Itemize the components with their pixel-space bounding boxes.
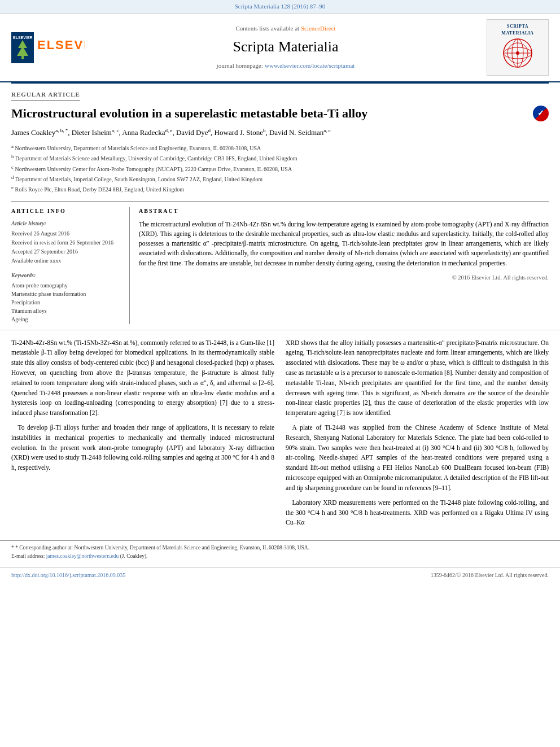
body-section: Ti-24Nb-4Zr-8Sn wt.% (Ti-15Nb-3Zr-4Sn at… [0,330,560,541]
crossmark-icon: ✓ [533,106,549,121]
elsevier-branding: ELSEVIER ELSEVIER [11,32,90,63]
revised-date: Received in revised form 26 September 20… [11,239,120,247]
history-label: Article history: [11,220,120,228]
author-3: , Anna Radecka [119,129,165,137]
affil-1: a Northwestern University, Department of… [11,143,549,152]
footnote-star: * * Corresponding author at: Northwester… [11,544,549,552]
article-type-label: Regular Article [11,90,80,101]
keyword-2: Martensitic phase transformation [11,290,120,298]
svg-rect-3 [21,56,24,59]
abstract-col: ABSTRACT The microstructural evolution o… [130,207,549,324]
body-para-5: Laboratory XRD measurements were perform… [286,498,549,528]
footnote-section: * * Corresponding author at: Northwester… [0,540,560,565]
elsevier-logo-svg: ELSEVIER ELSEVIER [11,32,85,63]
keyword-3: Precipitation [11,299,120,307]
body-para-3: XRD shows that the alloy initially posse… [286,338,549,419]
doi-link[interactable]: http://dx.doi.org/10.1016/j.scriptamat.2… [11,571,125,579]
affil-5: e Rolls Royce Plc, Elton Road, Derby DE2… [11,184,549,194]
body-para-4: A plate of Ti-2448 was supplied from the… [286,423,549,493]
author-1: James Coakley [11,129,55,137]
article-info-col: ARTICLE INFO Article history: Received 2… [11,207,130,324]
available-date: Available online xxxx [11,257,120,265]
received-date: Received 26 August 2016 [11,230,120,238]
sciencedirect-link[interactable]: ScienceDirect [301,25,336,32]
crossmark-badge[interactable]: ✓ [533,106,549,121]
abstract-text: The microstructural evolution of Ti-24Nb… [139,220,549,268]
footer-links: http://dx.doi.org/10.1016/j.scriptamat.2… [0,567,560,583]
footnote-star-text: * Corresponding author at: Northwestern … [15,545,309,551]
authors-line: James Coakleya, b, *, Dieter Isheima, c,… [11,127,549,138]
body-col-right: XRD shows that the alloy initially posse… [286,338,549,533]
journal-logo-box: SCRIPTA MATERIALIA [487,19,549,76]
keywords-label: Keywords: [11,272,120,279]
volume-info: Scripta Materialia 128 (2016) 87–90 [235,3,326,10]
homepage-url[interactable]: www.elsevier.com/locate/scriptamat [265,62,355,69]
info-abstract-section: ARTICLE INFO Article history: Received 2… [11,201,549,324]
footnote-email: E-mail address: james.coakley@northweste… [11,553,549,560]
body-col-left: Ti-24Nb-4Zr-8Sn wt.% (Ti-15Nb-3Zr-4Sn at… [11,338,274,533]
keyword-4: Titanium alloys [11,307,120,315]
article-section: Regular Article Microstructural evolutio… [0,84,560,329]
journal-logo-visual [495,36,540,70]
elsevier-logo: ELSEVIER ELSEVIER [11,32,90,63]
author-2: , Dieter Isheim [68,129,112,137]
svg-point-11 [516,51,519,55]
accepted-date: Accepted 27 September 2016 [11,248,120,256]
body-two-col: Ti-24Nb-4Zr-8Sn wt.% (Ti-15Nb-3Zr-4Sn at… [11,338,549,533]
abstract-title: ABSTRACT [139,207,549,215]
svg-text:ELSEVIER: ELSEVIER [37,38,85,52]
contents-line: Contents lists available at ScienceDirec… [90,24,481,33]
journal-title: Scripta Materialia [90,37,481,57]
journal-header: ELSEVIER ELSEVIER Contents lists availab… [0,14,560,82]
email-address[interactable]: james.coakley@northwestern.edu [46,553,119,559]
journal-homepage: journal homepage: www.elsevier.com/locat… [90,60,481,71]
body-para-1: Ti-24Nb-4Zr-8Sn wt.% (Ti-15Nb-3Zr-4Sn at… [11,338,274,419]
affil-4: d Department of Materials, Imperial Coll… [11,174,549,184]
issn-text: 1359-6462/© 2016 Elsevier Ltd. All right… [431,571,549,579]
journal-logo-container: SCRIPTA MATERIALIA [481,19,549,76]
keyword-5: Ageing [11,316,120,324]
author-6: , David N. Seidman [265,129,323,137]
logo-title: SCRIPTA MATERIALIA [491,23,545,36]
journal-header-center: Contents lists available at ScienceDirec… [90,24,481,71]
email-suffix: (J. Coakley). [120,553,148,559]
article-info-title: ARTICLE INFO [11,207,120,215]
keywords-section: Keywords: Atom-probe tomography Martensi… [11,272,120,324]
author-5: , Howard J. Stone [211,129,263,137]
affil-2: b Department of Materials Science and Me… [11,153,549,163]
keyword-1: Atom-probe tomography [11,282,120,290]
svg-text:ELSEVIER: ELSEVIER [13,36,33,40]
copyright: © 2016 Elsevier Ltd. All rights reserved… [139,274,549,282]
affil-3: c Northwestern University Center for Ato… [11,164,549,173]
article-title: Microstructural evolution in a superelas… [11,106,527,122]
author-4: , David Dye [172,129,208,137]
email-label: E-mail address: [11,553,45,559]
body-para-2: To develop β-Ti alloys further and broad… [11,423,274,473]
top-bar: Scripta Materialia 128 (2016) 87–90 [0,0,560,14]
affiliations: a Northwestern University, Department of… [11,143,549,194]
